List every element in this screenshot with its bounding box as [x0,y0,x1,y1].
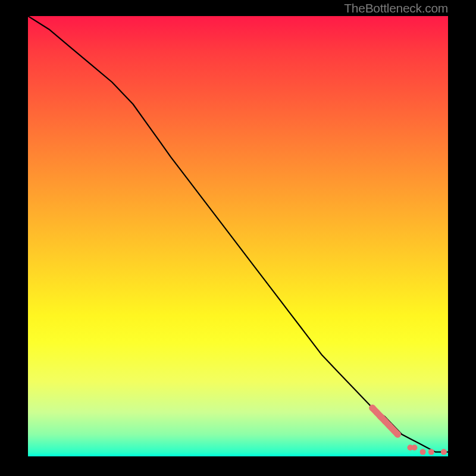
marker-point [420,449,426,455]
marker-point [428,449,434,455]
curve-line [28,16,448,452]
marker-point [441,449,447,455]
chart-frame: TheBottleneck.com [0,0,476,476]
marker-point [386,422,393,429]
chart-overlay [28,16,448,456]
marker-point [394,431,401,438]
watermark-text: TheBottleneck.com [344,1,448,15]
marker-point [412,444,418,450]
highlight-markers [369,405,447,455]
plot-area [28,16,448,456]
